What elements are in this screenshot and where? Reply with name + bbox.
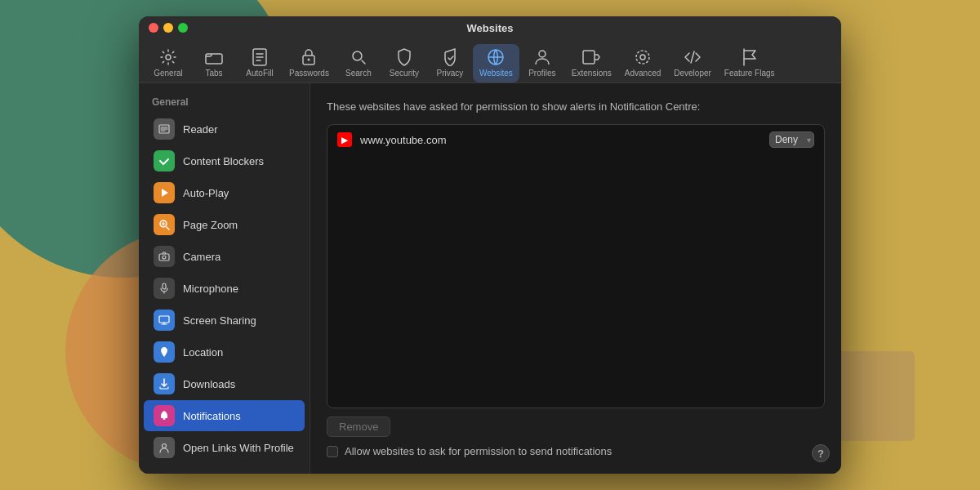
general-label: General	[154, 69, 183, 78]
checkbox-row: Allow websites to ask for permission to …	[327, 445, 825, 457]
svg-rect-13	[159, 254, 169, 261]
main-window: Websites General Tabs	[139, 16, 841, 474]
permission-select[interactable]: Deny Allow Ask	[769, 131, 814, 148]
svg-rect-8	[583, 51, 595, 64]
downloads-icon	[154, 373, 175, 394]
microphone-label: Microphone	[183, 283, 238, 295]
sidebar-item-downloads[interactable]: Downloads	[144, 368, 305, 399]
svg-point-17	[163, 444, 167, 448]
sidebar-item-screen-sharing[interactable]: Screen Sharing	[144, 305, 305, 336]
sidebar-section-general: General	[139, 90, 310, 113]
toolbar-item-feature-flags[interactable]: Feature Flags	[718, 44, 782, 82]
downloads-label: Downloads	[183, 378, 235, 390]
security-icon	[394, 47, 414, 67]
content-blockers-icon	[154, 150, 175, 172]
maximize-button[interactable]	[178, 23, 188, 33]
toolbar-item-advanced[interactable]: Advanced	[618, 44, 667, 82]
bottom-actions: Remove Allow websites to ask for permiss…	[327, 416, 825, 457]
auto-play-label: Auto-Play	[183, 187, 229, 199]
reader-label: Reader	[183, 123, 218, 136]
toolbar-item-search[interactable]: Search	[336, 44, 381, 82]
security-label: Security	[390, 69, 419, 78]
advanced-icon	[633, 47, 653, 67]
sidebar-item-microphone[interactable]: Microphone	[144, 273, 305, 304]
profiles-label: Profiles	[528, 69, 555, 78]
location-icon	[154, 341, 175, 363]
page-zoom-label: Page Zoom	[183, 219, 238, 231]
sidebar: General Reader Content Block	[139, 83, 310, 474]
toolbar-item-general[interactable]: General	[145, 44, 191, 82]
toolbar-item-security[interactable]: Security	[381, 44, 427, 82]
main-content: General Reader Content Block	[139, 83, 841, 474]
svg-point-10	[636, 51, 649, 64]
developer-label: Developer	[674, 69, 711, 78]
notifications-icon	[154, 405, 175, 426]
sidebar-item-auto-play[interactable]: Auto-Play	[144, 177, 305, 208]
autofill-label: AutoFill	[246, 69, 273, 78]
content-description: These websites have asked for permission…	[327, 100, 825, 114]
permission-select-wrapper: Deny Allow Ask ▾	[769, 131, 814, 148]
toolbar-item-privacy[interactable]: Privacy	[427, 44, 473, 82]
passwords-icon	[299, 47, 318, 67]
privacy-icon	[440, 47, 460, 67]
profiles-icon	[532, 47, 552, 67]
auto-play-icon	[154, 182, 175, 203]
youtube-icon: ▶	[337, 132, 352, 147]
minimize-button[interactable]	[163, 23, 173, 33]
toolbar-item-autofill[interactable]: AutoFill	[237, 44, 283, 82]
websites-icon	[486, 47, 506, 67]
tabs-icon	[204, 47, 224, 67]
remove-button[interactable]: Remove	[327, 416, 390, 437]
sidebar-item-notifications[interactable]: Notifications	[144, 400, 305, 431]
allow-notifications-checkbox[interactable]	[327, 446, 338, 457]
site-name: www.youtube.com	[360, 134, 761, 146]
toolbar-item-profiles[interactable]: Profiles	[519, 44, 565, 82]
advanced-label: Advanced	[625, 69, 661, 78]
toolbar: General Tabs AutoFill	[139, 39, 841, 83]
extensions-icon	[581, 47, 601, 67]
extensions-label: Extensions	[572, 69, 612, 78]
svg-rect-15	[163, 283, 166, 289]
toolbar-item-extensions[interactable]: Extensions	[565, 44, 618, 82]
help-button[interactable]: ?	[812, 444, 830, 462]
camera-icon	[154, 246, 175, 267]
sidebar-item-page-zoom[interactable]: Page Zoom	[144, 209, 305, 240]
general-icon	[158, 47, 178, 67]
passwords-label: Passwords	[289, 69, 329, 78]
titlebar: Websites	[139, 16, 841, 39]
sidebar-item-camera[interactable]: Camera	[144, 241, 305, 272]
table-row: ▶ www.youtube.com Deny Allow Ask ▾	[327, 125, 824, 154]
microphone-icon	[154, 278, 175, 299]
content-blockers-label: Content Blockers	[183, 155, 264, 167]
allow-notifications-label: Allow websites to ask for permission to …	[345, 445, 612, 457]
svg-point-5	[353, 51, 362, 60]
toolbar-item-tabs[interactable]: Tabs	[191, 44, 237, 82]
traffic-lights	[149, 23, 188, 33]
sidebar-item-reader[interactable]: Reader	[144, 114, 305, 145]
content-panel: These websites have asked for permission…	[310, 83, 841, 474]
svg-point-14	[163, 256, 166, 259]
toolbar-item-websites[interactable]: Websites	[473, 44, 519, 82]
svg-point-4	[308, 59, 310, 61]
close-button[interactable]	[149, 23, 158, 33]
location-label: Location	[183, 346, 223, 359]
sidebar-item-content-blockers[interactable]: Content Blockers	[144, 145, 305, 176]
feature-flags-label: Feature Flags	[724, 69, 775, 78]
svg-rect-16	[159, 316, 169, 323]
privacy-label: Privacy	[437, 69, 464, 78]
sidebar-item-open-links[interactable]: Open Links With Profile	[144, 432, 305, 463]
toolbar-item-developer[interactable]: Developer	[667, 44, 718, 82]
page-zoom-icon	[154, 214, 175, 235]
tabs-label: Tabs	[205, 69, 222, 78]
svg-rect-1	[206, 54, 222, 64]
reader-icon	[154, 118, 175, 140]
window-title: Websites	[467, 22, 514, 34]
sidebar-item-location[interactable]: Location	[144, 336, 305, 368]
toolbar-item-passwords[interactable]: Passwords	[283, 44, 336, 82]
camera-label: Camera	[183, 251, 220, 263]
open-links-icon	[154, 437, 175, 458]
search-icon	[349, 47, 368, 67]
notifications-label: Notifications	[183, 410, 241, 422]
svg-point-0	[166, 55, 171, 60]
search-label: Search	[345, 69, 372, 78]
